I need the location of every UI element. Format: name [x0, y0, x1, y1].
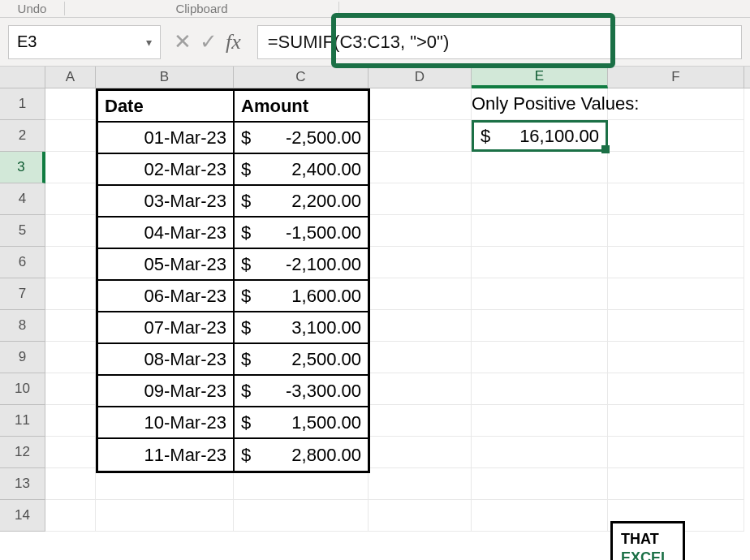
cell-amount[interactable]: $-2,500.00: [235, 123, 368, 154]
cell-F12[interactable]: [608, 437, 744, 468]
cell-C14[interactable]: [234, 500, 369, 532]
cell-F2[interactable]: [608, 120, 744, 152]
cell-amount[interactable]: $2,400.00: [235, 154, 368, 186]
cell-A7[interactable]: [45, 278, 96, 310]
result-label[interactable]: Only Positive Values:: [472, 93, 639, 114]
cell-D9[interactable]: [369, 342, 472, 373]
cell-A6[interactable]: [45, 247, 96, 278]
row-header-7[interactable]: 7: [0, 278, 45, 310]
col-header-E[interactable]: E: [472, 67, 608, 88]
cell-D14[interactable]: [369, 500, 472, 532]
cell-D8[interactable]: [369, 310, 472, 342]
cell-date[interactable]: 06-Mar-23: [98, 281, 235, 312]
cell-date[interactable]: 11-Mar-23: [98, 439, 235, 471]
cell-F11[interactable]: [608, 405, 744, 437]
cell-E11[interactable]: [472, 405, 608, 437]
row-header-14[interactable]: 14: [0, 500, 45, 532]
col-header-B[interactable]: B: [96, 67, 234, 88]
cell-D2[interactable]: [369, 120, 472, 152]
fx-icon[interactable]: fx: [226, 30, 244, 54]
cell-F8[interactable]: [608, 310, 744, 342]
cell-A12[interactable]: [45, 437, 96, 468]
cell-F4[interactable]: [608, 183, 744, 215]
cell-A1[interactable]: [45, 88, 96, 120]
cell-D12[interactable]: [369, 437, 472, 468]
cell-E3[interactable]: [472, 152, 608, 183]
cell-date[interactable]: 09-Mar-23: [98, 376, 235, 407]
cell-D6[interactable]: [369, 247, 472, 278]
cell-B14[interactable]: [96, 500, 234, 532]
cell-A8[interactable]: [45, 310, 96, 342]
cell-amount[interactable]: $1,500.00: [235, 407, 368, 439]
cell-D10[interactable]: [369, 373, 472, 405]
cell-amount[interactable]: $-3,300.00: [235, 376, 368, 407]
cell-A2[interactable]: [45, 120, 96, 152]
chevron-down-icon[interactable]: ▾: [146, 36, 152, 49]
cell-date[interactable]: 05-Mar-23: [98, 249, 235, 281]
formula-input[interactable]: =SUMIF(C3:C13, ">0"): [257, 25, 742, 59]
cell-amount[interactable]: $-2,100.00: [235, 249, 368, 281]
cell-date[interactable]: 03-Mar-23: [98, 186, 235, 218]
cell-A4[interactable]: [45, 183, 96, 215]
cell-A11[interactable]: [45, 405, 96, 437]
cell-E10[interactable]: [472, 373, 608, 405]
name-box[interactable]: E3 ▾: [8, 25, 161, 59]
cell-amount[interactable]: $2,800.00: [235, 439, 368, 471]
cell-D7[interactable]: [369, 278, 472, 310]
cell-D1[interactable]: [369, 88, 472, 120]
cell-E12[interactable]: [472, 437, 608, 468]
cancel-icon[interactable]: ✕: [174, 29, 192, 54]
cell-D4[interactable]: [369, 183, 472, 215]
cell-E6[interactable]: [472, 247, 608, 278]
cell-amount[interactable]: $2,500.00: [235, 344, 368, 376]
header-date[interactable]: Date: [98, 91, 235, 123]
cell-F5[interactable]: [608, 215, 744, 247]
cell-date[interactable]: 02-Mar-23: [98, 154, 235, 186]
col-header-A[interactable]: A: [45, 67, 96, 88]
cell-A14[interactable]: [45, 500, 96, 532]
cell-date[interactable]: 07-Mar-23: [98, 312, 235, 344]
cell-A3[interactable]: [45, 152, 96, 183]
row-header-11[interactable]: 11: [0, 405, 45, 437]
cell-D13[interactable]: [369, 468, 472, 500]
cell-A9[interactable]: [45, 342, 96, 373]
cell-E8[interactable]: [472, 310, 608, 342]
col-header-C[interactable]: C: [234, 67, 369, 88]
cell-amount[interactable]: $3,100.00: [235, 312, 368, 344]
header-amount[interactable]: Amount: [235, 91, 368, 123]
ribbon-group-undo[interactable]: Undo: [0, 2, 65, 15]
row-header-4[interactable]: 4: [0, 183, 45, 215]
cell-F3[interactable]: [608, 152, 744, 183]
cell-amount[interactable]: $2,200.00: [235, 186, 368, 218]
row-header-2[interactable]: 2: [0, 120, 45, 152]
select-all-corner[interactable]: [0, 67, 45, 88]
cell-E9[interactable]: [472, 342, 608, 373]
cell-A13[interactable]: [45, 468, 96, 500]
col-header-F[interactable]: F: [608, 67, 744, 88]
cell-E4[interactable]: [472, 183, 608, 215]
cell-date[interactable]: 01-Mar-23: [98, 123, 235, 154]
cell-F9[interactable]: [608, 342, 744, 373]
row-header-13[interactable]: 13: [0, 468, 45, 500]
cell-E5[interactable]: [472, 215, 608, 247]
row-header-12[interactable]: 12: [0, 437, 45, 468]
cell-D5[interactable]: [369, 215, 472, 247]
row-header-8[interactable]: 8: [0, 310, 45, 342]
col-header-D[interactable]: D: [369, 67, 472, 88]
cell-E7[interactable]: [472, 278, 608, 310]
enter-icon[interactable]: ✓: [200, 29, 218, 54]
cell-D3[interactable]: [369, 152, 472, 183]
row-header-6[interactable]: 6: [0, 247, 45, 278]
cell-date[interactable]: 08-Mar-23: [98, 344, 235, 376]
row-header-10[interactable]: 10: [0, 373, 45, 405]
cell-F13[interactable]: [608, 468, 744, 500]
row-header-3[interactable]: 3: [0, 152, 45, 183]
cell-date[interactable]: 04-Mar-23: [98, 218, 235, 249]
fill-handle[interactable]: [601, 145, 610, 153]
cell-amount[interactable]: $-1,500.00: [235, 218, 368, 249]
selected-cell-E3[interactable]: $ 16,100.00: [472, 120, 608, 152]
cell-D11[interactable]: [369, 405, 472, 437]
cell-amount[interactable]: $1,600.00: [235, 281, 368, 312]
row-header-1[interactable]: 1: [0, 88, 45, 120]
spreadsheet-grid[interactable]: A B C D E F 1 2 3 4 5 6 7 8 9 10 11 12 1…: [0, 67, 750, 532]
